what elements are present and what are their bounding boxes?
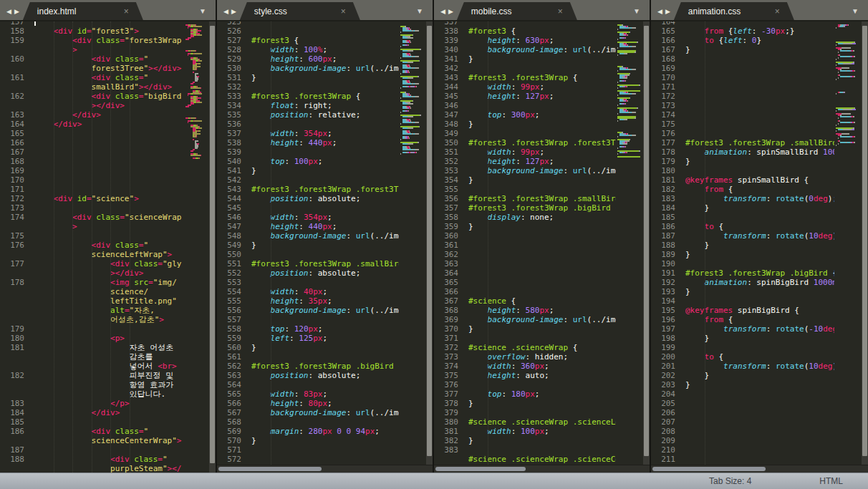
- code-line[interactable]: 187: [0, 445, 182, 455]
- code-line[interactable]: 179}: [651, 157, 834, 166]
- code-line[interactable]: 205: [651, 399, 834, 408]
- code-line[interactable]: 171: [651, 82, 834, 92]
- code-line[interactable]: 198}: [651, 334, 834, 343]
- code-line[interactable]: >: [0, 222, 182, 231]
- code-line[interactable]: 184}: [651, 203, 834, 213]
- code-line[interactable]: 364: [434, 268, 616, 278]
- code-line[interactable]: 543#forest3 .forest3Wrap .forest3Tree {: [217, 185, 399, 194]
- code-line[interactable]: 183transform: rotate(0deg);: [651, 194, 834, 203]
- code-line[interactable]: 196from {: [651, 315, 834, 324]
- code-line[interactable]: 540top: 100px;: [217, 157, 399, 166]
- code-line[interactable]: scienceCenterWrap">: [0, 436, 182, 445]
- code-line[interactable]: 348}: [434, 120, 616, 129]
- code-area[interactable]: 525526527#forest3 {528width: 100%;529hei…: [217, 21, 399, 465]
- code-line[interactable]: 560}: [217, 343, 399, 352]
- code-line[interactable]: 537width: 354px;: [217, 129, 399, 138]
- code-line[interactable]: 177#forest3 .forest3Wrap .smallBird {: [651, 138, 834, 147]
- code-line[interactable]: 359}: [434, 222, 616, 231]
- code-line[interactable]: #science .scienceWrap .scienceCenterWrap: [434, 455, 616, 464]
- vertical-scrollbar[interactable]: [643, 21, 650, 465]
- code-line[interactable]: 535position: relative;: [217, 110, 399, 120]
- minimap[interactable]: [182, 21, 209, 473]
- code-line[interactable]: 561: [217, 352, 399, 362]
- code-line[interactable]: 371: [434, 334, 616, 343]
- code-line[interactable]: 169: [0, 166, 182, 175]
- code-line[interactable]: 195@keyframes spinBigBird {: [651, 306, 834, 315]
- horizontal-scrollbar-thumb[interactable]: [652, 467, 766, 471]
- vertical-scrollbar[interactable]: [209, 21, 216, 473]
- code-line[interactable]: 178animation: spinSmallBird 1000ms: [651, 147, 834, 157]
- code-line[interactable]: 354}: [434, 175, 616, 185]
- code-line[interactable]: 168: [651, 54, 834, 64]
- code-line[interactable]: 570}: [217, 436, 399, 445]
- code-line[interactable]: 355: [434, 185, 616, 194]
- code-line[interactable]: 382}: [434, 436, 616, 445]
- code-line[interactable]: alt="자초,: [0, 306, 182, 315]
- code-line[interactable]: 208: [651, 427, 834, 436]
- code-line[interactable]: 191#forest3 .forest3Wrap .bigBird {: [651, 268, 834, 278]
- code-line[interactable]: 380#science .scienceWrap .scienceLeftWra…: [434, 417, 616, 427]
- code-line[interactable]: 562#forest3 .forest3Wrap .bigBird {: [217, 362, 399, 371]
- code-line[interactable]: 174: [651, 110, 834, 120]
- code-line[interactable]: 368height: 580px;: [434, 306, 616, 315]
- code-line[interactable]: 162<div class="bigBird": [0, 92, 182, 101]
- code-line[interactable]: 199: [651, 343, 834, 352]
- minimap[interactable]: [616, 21, 643, 465]
- code-line[interactable]: ></div>: [0, 101, 182, 110]
- code-line[interactable]: 534float: right;: [217, 101, 399, 110]
- code-line[interactable]: leftTitle.png": [0, 296, 182, 306]
- horizontal-scrollbar[interactable]: [217, 465, 433, 473]
- code-line[interactable]: 372#science .scienceWrap {: [434, 343, 616, 352]
- code-line[interactable]: 381width: 100px;: [434, 427, 616, 436]
- code-line[interactable]: 161<div class=": [0, 73, 182, 82]
- code-line[interactable]: 201transform: rotate(10deg);: [651, 362, 834, 371]
- code-line[interactable]: 188}: [651, 241, 834, 250]
- code-line[interactable]: 538height: 440px;: [217, 138, 399, 147]
- code-line[interactable]: ></div>: [0, 268, 182, 278]
- code-line[interactable]: 184</div>: [0, 408, 182, 417]
- code-line[interactable]: 166: [0, 138, 182, 147]
- code-line[interactable]: 209: [651, 436, 834, 445]
- code-line[interactable]: 174<div class="scienceWrap": [0, 213, 182, 222]
- code-line[interactable]: 171: [0, 185, 182, 194]
- code-line[interactable]: 173: [651, 101, 834, 110]
- code-line[interactable]: 564: [217, 380, 399, 389]
- code-line[interactable]: 183</p>: [0, 399, 182, 408]
- code-line[interactable]: 572: [217, 455, 399, 464]
- code-line[interactable]: 546width: 354px;: [217, 213, 399, 222]
- code-line[interactable]: 553: [217, 278, 399, 287]
- code-line[interactable]: 169: [651, 64, 834, 73]
- code-line[interactable]: 189}: [651, 250, 834, 259]
- code-line[interactable]: 168: [0, 157, 182, 166]
- code-line[interactable]: 363: [434, 259, 616, 268]
- code-line[interactable]: 211: [651, 455, 834, 464]
- code-line[interactable]: 533#forest3 .forest3Wrap {: [217, 92, 399, 101]
- code-line[interactable]: 167}: [651, 45, 834, 54]
- code-line[interactable]: 193}: [651, 287, 834, 296]
- code-area[interactable]: 164165from {left: -30px;}166to {left: 0}…: [651, 21, 834, 465]
- minimap[interactable]: [399, 21, 426, 465]
- code-line[interactable]: 346: [434, 101, 616, 110]
- code-line[interactable]: 342: [434, 64, 616, 73]
- code-line[interactable]: 173: [0, 203, 182, 213]
- code-line[interactable]: 349: [434, 129, 616, 138]
- code-line[interactable]: 383: [434, 445, 616, 455]
- code-line[interactable]: 164</div>: [0, 120, 182, 129]
- tab-scroll-left-icon[interactable]: ◀: [6, 9, 11, 15]
- code-line[interactable]: 160<div class=": [0, 54, 182, 64]
- code-line[interactable]: 358display: none;: [434, 213, 616, 222]
- tab-close-icon[interactable]: ×: [341, 6, 346, 16]
- code-line[interactable]: scienceLeftWrap">: [0, 250, 182, 259]
- code-line[interactable]: 172: [651, 92, 834, 101]
- code-line[interactable]: 536: [217, 120, 399, 129]
- tab-scroll-left-icon[interactable]: ◀: [223, 9, 228, 15]
- code-line[interactable]: 544position: absolute;: [217, 194, 399, 203]
- code-line[interactable]: 165: [0, 129, 182, 138]
- code-line[interactable]: 넣어서 <br>: [0, 362, 182, 371]
- code-line[interactable]: 350#forest3 .forest3Wrap .forest3Tree {: [434, 138, 616, 147]
- horizontal-scrollbar[interactable]: [651, 465, 868, 473]
- code-line[interactable]: 감초를: [0, 352, 182, 362]
- code-line[interactable]: 566height: 80px;: [217, 399, 399, 408]
- code-line[interactable]: 170: [0, 175, 182, 185]
- code-line[interactable]: 172<div id="science">: [0, 194, 182, 203]
